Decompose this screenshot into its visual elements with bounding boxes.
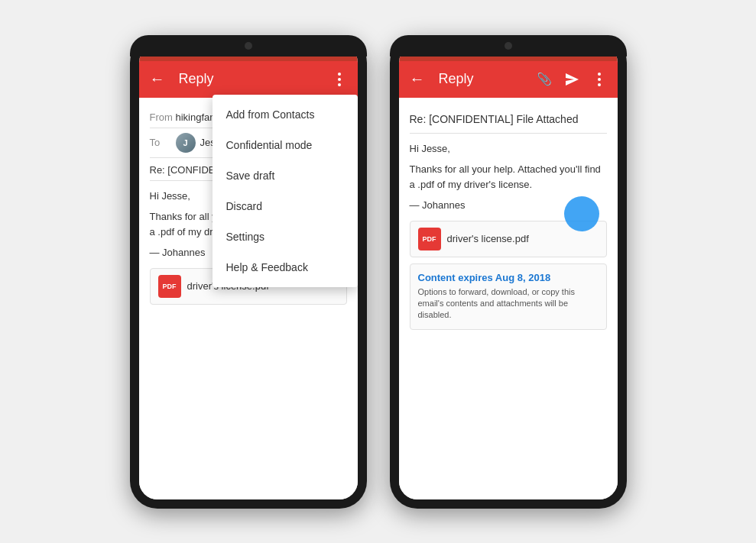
menu-settings[interactable]: Settings [213,221,358,252]
confidential-body: Options to forward, download, or copy th… [418,286,599,322]
blue-circle-right [564,196,599,231]
phone-right-inner: 5:00 ← Reply 📎 [399,44,618,499]
attachment-name-right: driver's license.pdf [447,233,529,244]
send-button[interactable] [563,70,581,89]
greeting-right: Hi Jesse, [410,141,607,157]
email-content-right: Re: [CONFIDENTIAL] File Attached Hi Jess… [399,98,618,499]
from-label: From [150,112,176,123]
confidential-box: Content expires Aug 8, 2018 Options to f… [410,263,607,330]
back-button-left[interactable]: ← [148,70,167,89]
phone-right-top-bar [390,35,627,57]
menu-button-left[interactable] [330,70,349,89]
menu-confidential-mode[interactable]: Confidential mode [213,130,358,160]
confidential-title: Content expires Aug 8, 2018 [418,272,599,283]
paperclip-button[interactable]: 📎 [535,70,553,89]
body-text-right: Thanks for all your help. Attached you'l… [410,162,607,192]
phone-left: 5:00 ← Reply Add from Contacts Conf [130,35,367,509]
phone-left-inner: 5:00 ← Reply Add from Contacts Conf [139,44,358,499]
toolbar-right: ← Reply 📎 [399,61,618,98]
phone-left-top-bar [130,35,367,57]
toolbar-left: ← Reply Add from Contacts Confidential m… [139,61,358,98]
toolbar-icons-left [330,70,349,89]
menu-help[interactable]: Help & Feedback [213,252,358,283]
menu-add-contacts[interactable]: Add from Contacts [213,99,358,130]
pdf-icon-left: PDF [158,275,181,298]
to-label: To [150,137,176,148]
menu-save-draft[interactable]: Save draft [213,160,358,191]
phone-right: 5:00 ← Reply 📎 [390,35,627,509]
menu-button-right[interactable] [590,70,608,89]
camera-dot-right [505,42,512,50]
toolbar-title-right: Reply [439,71,535,87]
phones-container: 5:00 ← Reply Add from Contacts Conf [130,35,627,509]
pdf-icon-right: PDF [418,228,441,250]
menu-discard[interactable]: Discard [213,191,358,221]
toolbar-icons-right: 📎 [535,70,608,89]
dropdown-menu-left[interactable]: Add from Contacts Confidential mode Save… [213,95,358,287]
back-button-right[interactable]: ← [408,70,427,89]
email-subject-right: Re: [CONFIDENTIAL] File Attached [410,107,607,134]
toolbar-title-left: Reply [179,71,330,87]
camera-dot-left [245,42,252,50]
avatar: J [176,133,196,153]
